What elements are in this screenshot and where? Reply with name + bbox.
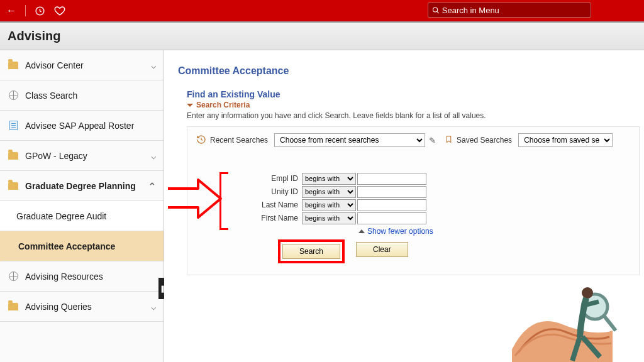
menu-search[interactable] bbox=[428, 3, 591, 18]
sidebar-item-advisor-center[interactable]: Advisor Center ⌵ bbox=[0, 50, 164, 80]
search-panel: Recent Searches Choose from recent searc… bbox=[187, 126, 640, 275]
back-icon[interactable]: ← bbox=[6, 5, 16, 16]
recent-searches-select[interactable]: Choose from recent searches bbox=[274, 133, 425, 147]
sidebar-item-label: Advising Queries bbox=[25, 302, 92, 312]
sidebar-item-sap-roster[interactable]: Advisee SAP Appeal Roster bbox=[0, 111, 164, 141]
main-content: Committee Acceptance Find an Existing Va… bbox=[164, 50, 644, 362]
empl-id-input[interactable] bbox=[357, 173, 426, 185]
document-icon bbox=[8, 120, 19, 131]
folder-icon bbox=[8, 150, 19, 162]
recent-label: Recent Searches bbox=[210, 136, 268, 145]
sidebar-item-label: Graduate Degree Audit bbox=[16, 211, 106, 221]
page-title: Committee Acceptance bbox=[178, 65, 644, 77]
field-label: First Name bbox=[253, 214, 302, 222]
empl-id-operator[interactable]: begins with bbox=[302, 173, 356, 185]
search-button[interactable]: Search bbox=[282, 244, 340, 259]
chevron-up-icon: ⌃ bbox=[148, 181, 156, 191]
edit-icon[interactable]: ✎ bbox=[429, 136, 436, 145]
field-last-name: Last Name begins with bbox=[253, 199, 630, 211]
menu-search-input[interactable] bbox=[442, 6, 587, 15]
recent-icon bbox=[196, 134, 206, 146]
search-criteria-heading[interactable]: Search Criteria bbox=[187, 101, 644, 109]
chevron-up-icon bbox=[358, 229, 365, 233]
first-name-operator[interactable]: begins with bbox=[302, 212, 356, 224]
sidebar-item-label: Advisor Center bbox=[25, 60, 84, 70]
sidebar-item-advising-resources[interactable]: Advising Resources bbox=[0, 261, 164, 292]
chevron-down-icon: ⌵ bbox=[151, 302, 156, 312]
top-bar: ← bbox=[0, 0, 644, 21]
svg-point-5 bbox=[582, 287, 593, 299]
sidebar: Advisor Center ⌵ Class Search Advisee SA… bbox=[0, 50, 164, 362]
find-heading: Find an Existing Value bbox=[187, 89, 644, 99]
last-name-input[interactable] bbox=[357, 199, 426, 211]
field-empl-id: Empl ID begins with bbox=[253, 172, 630, 185]
first-name-input[interactable] bbox=[357, 212, 426, 224]
globe-icon bbox=[8, 90, 19, 101]
searches-row: Recent Searches Choose from recent searc… bbox=[196, 133, 630, 147]
sidebar-item-label: Graduate Degree Planning bbox=[25, 181, 136, 191]
decorative-illustration bbox=[506, 274, 631, 362]
clear-button[interactable]: Clear bbox=[356, 242, 408, 257]
show-fewer-link[interactable]: Show fewer options bbox=[367, 227, 433, 236]
unity-id-input[interactable] bbox=[357, 186, 426, 198]
field-label: Last Name bbox=[253, 200, 302, 209]
sidebar-item-label: Advising Resources bbox=[25, 272, 103, 282]
divider bbox=[25, 5, 26, 16]
folder-icon bbox=[8, 180, 19, 192]
layout: Advisor Center ⌵ Class Search Advisee SA… bbox=[0, 50, 644, 362]
page-section-title: Advising bbox=[8, 29, 60, 43]
svg-point-1 bbox=[433, 7, 438, 11]
title-band: Advising bbox=[0, 21, 644, 50]
folder-icon bbox=[8, 60, 19, 71]
bookmark-icon bbox=[445, 134, 453, 146]
heart-icon[interactable] bbox=[54, 5, 65, 16]
saved-label: Saved Searches bbox=[457, 136, 512, 145]
instruction-text: Enter any information you have and click… bbox=[187, 111, 644, 120]
sidebar-item-label: Committee Acceptance bbox=[18, 241, 115, 251]
sidebar-item-label: GPoW - Legacy bbox=[25, 151, 87, 161]
svg-line-2 bbox=[437, 11, 439, 13]
sidebar-sub-degree-audit[interactable]: Graduate Degree Audit bbox=[0, 201, 164, 231]
unity-id-operator[interactable]: begins with bbox=[302, 186, 356, 198]
chevron-down-icon: ⌵ bbox=[151, 60, 156, 70]
field-label: Unity ID bbox=[253, 187, 302, 196]
annotation-search-highlight: Search bbox=[278, 239, 345, 263]
field-first-name: First Name begins with bbox=[253, 212, 630, 224]
saved-searches-select[interactable]: Choose from saved searches bbox=[518, 133, 613, 147]
globe-icon bbox=[8, 271, 19, 282]
chevron-down-icon: ⌵ bbox=[151, 151, 156, 161]
search-fields: Empl ID begins with Unity ID begins with… bbox=[253, 172, 630, 236]
triangle-down-icon bbox=[187, 104, 193, 107]
show-fewer-row[interactable]: Show fewer options bbox=[358, 227, 630, 236]
sidebar-item-grad-planning[interactable]: Graduate Degree Planning ⌃ bbox=[0, 171, 164, 201]
sidebar-item-label: Class Search bbox=[25, 90, 77, 101]
field-unity-id: Unity ID begins with bbox=[253, 185, 630, 198]
history-icon[interactable] bbox=[35, 6, 45, 16]
search-icon bbox=[432, 6, 440, 14]
field-label: Empl ID bbox=[253, 174, 302, 183]
sidebar-item-gpow[interactable]: GPoW - Legacy ⌵ bbox=[0, 141, 164, 171]
sidebar-sub-committee-acceptance[interactable]: Committee Acceptance bbox=[0, 231, 164, 261]
svg-line-4 bbox=[604, 315, 616, 331]
sidebar-item-label: Advisee SAP Appeal Roster bbox=[25, 121, 134, 131]
sidebar-item-class-search[interactable]: Class Search bbox=[0, 80, 164, 111]
sidebar-item-advising-queries[interactable]: Advising Queries ⌵ bbox=[0, 292, 164, 322]
last-name-operator[interactable]: begins with bbox=[302, 199, 356, 211]
folder-icon bbox=[8, 301, 19, 312]
